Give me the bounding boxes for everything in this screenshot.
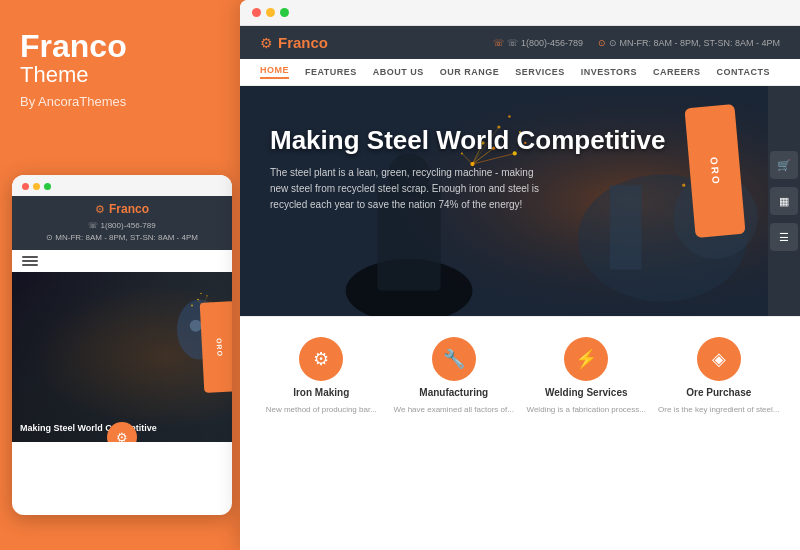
iron-making-title: Iron Making xyxy=(293,387,349,398)
desktop-titlebar xyxy=(240,0,800,26)
welding-title: Welding Services xyxy=(545,387,628,398)
mobile-dot-green xyxy=(44,183,51,190)
desktop-header-info: ☏ ☏ 1(800)-456-789 ⊙ ⊙ MN-FR: 8AM - 8PM,… xyxy=(493,38,780,48)
phone-icon: ☏ xyxy=(493,38,504,48)
brand-section: Franco Theme By AncoraThemes xyxy=(20,30,225,109)
desktop-dot-green xyxy=(280,8,289,17)
mobile-hours: ⊙ MN-FR: 8AM - 8PM, ST-SN: 8AM - 4PM xyxy=(46,232,198,244)
desktop-gear-icon: ⚙ xyxy=(260,35,273,51)
manufacturing-desc: We have examined all factors of... xyxy=(394,404,514,415)
desktop-dot-yellow xyxy=(266,8,275,17)
sidebar-grid-icon[interactable]: ▦ xyxy=(770,187,798,215)
nav-investors[interactable]: INVESTORS xyxy=(581,67,637,77)
ore-purchase-desc: Ore is the key ingredient of steel... xyxy=(658,404,779,415)
iron-making-icon: ⚙ xyxy=(299,337,343,381)
brand-by: By AncoraThemes xyxy=(20,94,225,109)
clock-icon: ⊙ xyxy=(598,38,606,48)
hamburger-line-2 xyxy=(22,260,38,262)
hamburger-line-3 xyxy=(22,264,38,266)
mobile-dot-yellow xyxy=(33,183,40,190)
desktop-hero-desc: The steel plant is a lean, green, recycl… xyxy=(270,165,550,213)
service-manufacturing: 🔧 Manufacturing We have examined all fac… xyxy=(393,337,516,415)
service-iron-making: ⚙ Iron Making New method of producing ba… xyxy=(260,337,383,415)
svg-point-7 xyxy=(191,305,193,307)
iron-making-desc: New method of producing bar... xyxy=(266,404,377,415)
hamburger-line-1 xyxy=(22,256,38,258)
desktop-nav: HOME FEATURES ABOUT US OUR RANGE SERVICE… xyxy=(240,59,800,86)
ore-purchase-title: Ore Purchase xyxy=(686,387,751,398)
desktop-phone: ☏ ☏ 1(800)-456-789 xyxy=(493,38,583,48)
desktop-card-text: ORO xyxy=(708,156,721,186)
mobile-card-text: ORO xyxy=(216,337,224,356)
brand-subtitle: Theme xyxy=(20,62,225,88)
sidebar-list-icon[interactable]: ☰ xyxy=(770,223,798,251)
mobile-card: ORO xyxy=(200,301,232,393)
mobile-phone: ☏ 1(800)-456-789 xyxy=(88,220,155,232)
welding-icon: ⚡ xyxy=(564,337,608,381)
nav-range[interactable]: OUR RANGE xyxy=(440,67,500,77)
mobile-hero: ORO Making Steel World Competitive ⚙ xyxy=(12,272,232,442)
mobile-hamburger-menu[interactable] xyxy=(12,250,232,272)
desktop-dot-red xyxy=(252,8,261,17)
nav-features[interactable]: FEATURES xyxy=(305,67,357,77)
desktop-mockup: ⚙ Franco ☏ ☏ 1(800)-456-789 ⊙ ⊙ MN-FR: 8… xyxy=(240,0,800,550)
desktop-logo-text: Franco xyxy=(278,34,328,51)
desktop-logo: ⚙ Franco xyxy=(260,34,328,51)
sidebar-cart-icon[interactable]: 🛒 xyxy=(770,151,798,179)
ore-purchase-icon: ◈ xyxy=(697,337,741,381)
mobile-logo-text: Franco xyxy=(109,202,149,216)
nav-about[interactable]: ABOUT US xyxy=(373,67,424,77)
desktop-services: ⚙ Iron Making New method of producing ba… xyxy=(240,316,800,435)
nav-contacts[interactable]: CONTACTS xyxy=(717,67,770,77)
mobile-mockup: ⚙ Franco ☏ 1(800)-456-789 ⊙ MN-FR: 8AM -… xyxy=(12,175,232,515)
mobile-logo: ⚙ Franco xyxy=(95,202,149,216)
brand-title: Franco xyxy=(20,30,225,62)
desktop-hours: ⊙ ⊙ MN-FR: 8AM - 8PM, ST-SN: 8AM - 4PM xyxy=(598,38,780,48)
service-welding: ⚡ Welding Services Welding is a fabricat… xyxy=(525,337,648,415)
nav-home[interactable]: HOME xyxy=(260,65,289,79)
mobile-dot-red xyxy=(22,183,29,190)
nav-services[interactable]: SERVICES xyxy=(515,67,564,77)
left-panel: Franco Theme By AncoraThemes ⚙ Franco ☏ … xyxy=(0,0,245,550)
welding-desc: Welding is a fabrication process... xyxy=(527,404,646,415)
svg-point-9 xyxy=(200,293,202,295)
mobile-gear-icon: ⚙ xyxy=(95,203,105,216)
manufacturing-icon: 🔧 xyxy=(432,337,476,381)
mobile-titlebar xyxy=(12,175,232,196)
desktop-sidebar-icons: 🛒 ▦ ☰ xyxy=(768,86,800,316)
manufacturing-title: Manufacturing xyxy=(419,387,488,398)
mobile-header: ⚙ Franco ☏ 1(800)-456-789 ⊙ MN-FR: 8AM -… xyxy=(12,196,232,250)
service-ore-purchase: ◈ Ore Purchase Ore is the key ingredient… xyxy=(658,337,781,415)
desktop-header: ⚙ Franco ☏ ☏ 1(800)-456-789 ⊙ ⊙ MN-FR: 8… xyxy=(240,26,800,59)
desktop-hero: Making Steel World Competitive The steel… xyxy=(240,86,800,316)
nav-careers[interactable]: CAREERS xyxy=(653,67,701,77)
